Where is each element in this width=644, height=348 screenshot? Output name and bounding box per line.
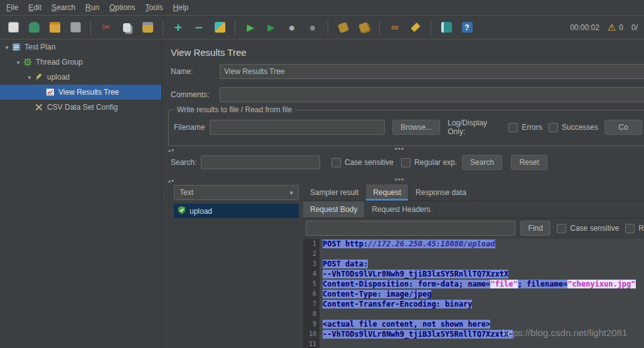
templates-icon bbox=[29, 22, 40, 33]
find-case-sensitive-checkbox[interactable]: Case sensitive bbox=[557, 224, 619, 233]
name-input[interactable] bbox=[220, 64, 644, 79]
horizontal-splitter-top[interactable] bbox=[164, 145, 644, 153]
menubar: FileEditSearchRunOptionsToolsHelp bbox=[0, 0, 644, 16]
code-text: POST data: bbox=[319, 259, 368, 269]
tab-request[interactable]: Request bbox=[366, 184, 409, 201]
subtab-request-body[interactable]: Request Body bbox=[303, 201, 365, 218]
result-detail-pane: Sampler resultRequestResponse data Reque… bbox=[303, 184, 644, 348]
case-sensitive-label: Case sensitive bbox=[345, 158, 394, 167]
find-input[interactable] bbox=[306, 221, 515, 236]
successes-checkbox[interactable]: Successes bbox=[549, 123, 598, 132]
result-item-upload[interactable]: upload bbox=[174, 204, 299, 218]
name-row: Name: bbox=[171, 63, 644, 80]
start-button[interactable]: ▶ bbox=[242, 19, 259, 36]
expand-arrow-icon[interactable] bbox=[25, 74, 34, 81]
toolbar-separator bbox=[328, 21, 328, 34]
search-case-sensitive-checkbox[interactable]: Case sensitive bbox=[331, 158, 394, 167]
tree-node-view-results-tree[interactable]: View Results Tree bbox=[0, 85, 161, 100]
code-segment: Content-Type: image/jpeg bbox=[323, 290, 431, 298]
search-button[interactable]: Search bbox=[462, 155, 502, 170]
shutdown-button[interactable]: ● bbox=[304, 19, 321, 36]
open-file-icon bbox=[50, 22, 60, 33]
tree-node-thread-group[interactable]: Thread Group bbox=[0, 55, 161, 70]
search-button[interactable]: ∞ bbox=[387, 19, 403, 36]
zoom-out-icon: − bbox=[195, 21, 203, 34]
code-text: POST http://172.26.250.45:18080/upload bbox=[319, 239, 495, 249]
stop-button[interactable]: ● bbox=[284, 19, 300, 36]
open-file-button[interactable] bbox=[46, 19, 63, 36]
code-line: 8 bbox=[303, 309, 644, 319]
expand-arrow-icon[interactable] bbox=[3, 44, 11, 51]
reset-button[interactable]: Reset bbox=[511, 155, 547, 170]
splitter-collapse-icon[interactable] bbox=[168, 176, 174, 184]
browse-button[interactable]: Browse... bbox=[392, 120, 440, 135]
menu-tools[interactable]: Tools bbox=[141, 1, 168, 14]
paste-button[interactable] bbox=[139, 19, 156, 36]
function-helper-icon bbox=[441, 22, 452, 33]
results-splitter[interactable] bbox=[299, 184, 303, 348]
checkbox-icon bbox=[549, 123, 558, 132]
code-line: 1POST http://172.26.250.45:18080/upload bbox=[303, 239, 644, 249]
csv-config-icon bbox=[34, 103, 44, 112]
menu-edit[interactable]: Edit bbox=[23, 1, 46, 14]
horizontal-splitter-bottom[interactable] bbox=[164, 176, 644, 184]
tab-sampler-result[interactable]: Sampler result bbox=[303, 184, 366, 201]
tree-node-test-plan[interactable]: Test Plan bbox=[0, 40, 161, 55]
zoom-out-button[interactable]: − bbox=[191, 19, 207, 36]
tree-node-label: Test Plan bbox=[24, 43, 59, 51]
tree-node-upload[interactable]: upload bbox=[0, 70, 161, 85]
menu-search[interactable]: Search bbox=[46, 1, 80, 14]
configure-button[interactable]: Co bbox=[604, 120, 642, 135]
tree-node-csv-data-set-config[interactable]: CSV Data Set Config bbox=[0, 100, 161, 115]
start-icon: ▶ bbox=[247, 23, 254, 32]
cut-button[interactable]: ✂ bbox=[98, 19, 114, 36]
menu-help[interactable]: Help bbox=[168, 1, 194, 14]
clear-button[interactable] bbox=[335, 19, 352, 36]
start-no-pauses-button[interactable]: ▶ bbox=[263, 19, 279, 36]
comments-input[interactable] bbox=[220, 87, 644, 102]
cut-icon: ✂ bbox=[102, 22, 110, 33]
code-line: 3POST data: bbox=[303, 259, 644, 269]
menu-file[interactable]: File bbox=[1, 1, 23, 14]
request-subtabs: Request BodyRequest Headers bbox=[303, 201, 644, 218]
tab-response-data[interactable]: Response data bbox=[409, 184, 474, 201]
tree-node-label: upload bbox=[47, 73, 73, 82]
search-reset-button[interactable] bbox=[407, 19, 424, 36]
checkbox-icon bbox=[625, 224, 635, 233]
search-regular-exp-checkbox[interactable]: Regular exp. bbox=[401, 158, 457, 167]
zoom-in-button[interactable]: + bbox=[170, 19, 186, 36]
code-line: 11 bbox=[303, 339, 644, 348]
main-panel: View Results Tree Name: Comments: Write … bbox=[164, 40, 644, 348]
save-button[interactable] bbox=[67, 19, 83, 36]
view-mode-select[interactable]: Text bbox=[174, 185, 299, 200]
clear-icon bbox=[338, 22, 349, 33]
expand-arrow-icon[interactable] bbox=[14, 59, 23, 66]
search-bar: Search: Case sensitive Regular exp. Sear… bbox=[171, 154, 644, 171]
quill-button[interactable] bbox=[212, 19, 228, 36]
results-area: Text upload Sampler resultRequestRespons… bbox=[164, 184, 644, 348]
function-helper-button[interactable] bbox=[438, 19, 454, 36]
stop-icon: ● bbox=[289, 22, 296, 33]
menu-run[interactable]: Run bbox=[80, 1, 104, 14]
search-input[interactable] bbox=[201, 156, 320, 169]
new-file-button[interactable] bbox=[5, 19, 21, 36]
menu-options[interactable]: Options bbox=[104, 1, 140, 14]
copy-button[interactable] bbox=[119, 19, 135, 36]
log-errors-indicator[interactable]: 0 bbox=[608, 22, 623, 33]
line-number: 11 bbox=[303, 339, 319, 348]
errors-checkbox[interactable]: Errors bbox=[508, 123, 542, 132]
clear-all-button[interactable] bbox=[356, 19, 372, 36]
code-segment: Content-Transfer-Encoding: binary bbox=[323, 300, 472, 308]
comments-row: Comments: bbox=[171, 87, 644, 103]
copy-icon bbox=[123, 23, 131, 32]
splitter-collapse-icon[interactable] bbox=[168, 145, 174, 154]
subtab-request-headers[interactable]: Request Headers bbox=[365, 201, 437, 218]
templates-button[interactable] bbox=[26, 19, 42, 36]
find-button[interactable]: Find bbox=[520, 221, 550, 236]
help-button[interactable]: ? bbox=[459, 19, 475, 36]
code-segment: //172.26.250.45:18080/upload bbox=[368, 240, 495, 248]
filename-input[interactable] bbox=[210, 120, 385, 135]
find-regular-exp-checkbox[interactable]: R bbox=[625, 224, 644, 233]
code-line: 6Content-Type: image/jpeg bbox=[303, 289, 644, 299]
watermark: https://blog.csdn.net/light2081 bbox=[502, 327, 627, 338]
